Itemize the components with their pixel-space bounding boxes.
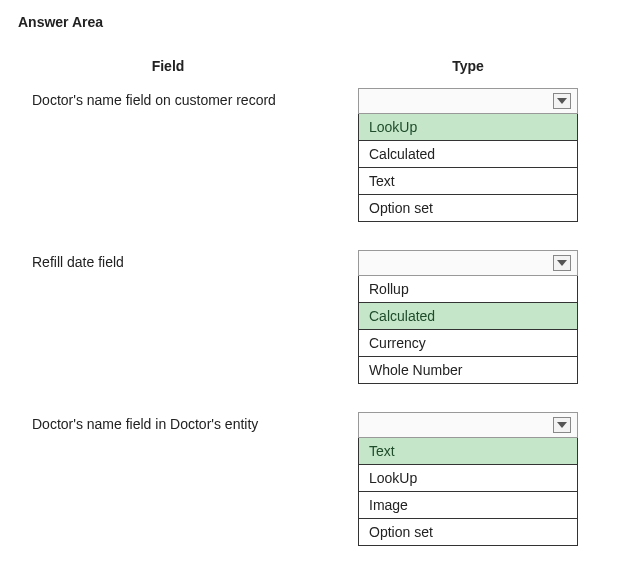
type-option[interactable]: Text bbox=[359, 167, 577, 194]
column-header-type: Type bbox=[358, 58, 578, 74]
rows-container: Doctor's name field on customer recordLo… bbox=[18, 88, 623, 546]
columns-header: Field Type bbox=[18, 58, 623, 74]
field-label: Doctor's name field in Doctor's entity bbox=[18, 412, 358, 432]
type-block: TextLookUpImageOption set bbox=[358, 412, 578, 546]
type-option[interactable]: Whole Number bbox=[359, 356, 577, 383]
svg-marker-2 bbox=[557, 422, 567, 428]
type-option[interactable]: Option set bbox=[359, 194, 577, 221]
chevron-down-icon bbox=[553, 93, 571, 109]
type-options-list: TextLookUpImageOption set bbox=[358, 438, 578, 546]
chevron-down-icon bbox=[553, 255, 571, 271]
svg-marker-1 bbox=[557, 260, 567, 266]
type-option[interactable]: LookUp bbox=[359, 464, 577, 491]
type-option[interactable]: Text bbox=[359, 438, 577, 464]
type-block: LookUpCalculatedTextOption set bbox=[358, 88, 578, 222]
type-option[interactable]: Image bbox=[359, 491, 577, 518]
type-option[interactable]: LookUp bbox=[359, 114, 577, 140]
type-dropdown[interactable] bbox=[358, 412, 578, 438]
answer-area-title: Answer Area bbox=[18, 14, 623, 30]
type-options-list: RollupCalculatedCurrencyWhole Number bbox=[358, 276, 578, 384]
type-dropdown[interactable] bbox=[358, 88, 578, 114]
type-options-list: LookUpCalculatedTextOption set bbox=[358, 114, 578, 222]
type-option[interactable]: Currency bbox=[359, 329, 577, 356]
column-header-field: Field bbox=[18, 58, 358, 74]
chevron-down-icon bbox=[553, 417, 571, 433]
type-option[interactable]: Calculated bbox=[359, 140, 577, 167]
type-dropdown[interactable] bbox=[358, 250, 578, 276]
svg-marker-0 bbox=[557, 98, 567, 104]
type-block: RollupCalculatedCurrencyWhole Number bbox=[358, 250, 578, 384]
answer-row: Refill date fieldRollupCalculatedCurrenc… bbox=[18, 250, 623, 384]
type-option[interactable]: Option set bbox=[359, 518, 577, 545]
type-option[interactable]: Calculated bbox=[359, 302, 577, 329]
answer-row: Doctor's name field in Doctor's entityTe… bbox=[18, 412, 623, 546]
type-option[interactable]: Rollup bbox=[359, 276, 577, 302]
field-label: Doctor's name field on customer record bbox=[18, 88, 358, 108]
field-label: Refill date field bbox=[18, 250, 358, 270]
answer-row: Doctor's name field on customer recordLo… bbox=[18, 88, 623, 222]
